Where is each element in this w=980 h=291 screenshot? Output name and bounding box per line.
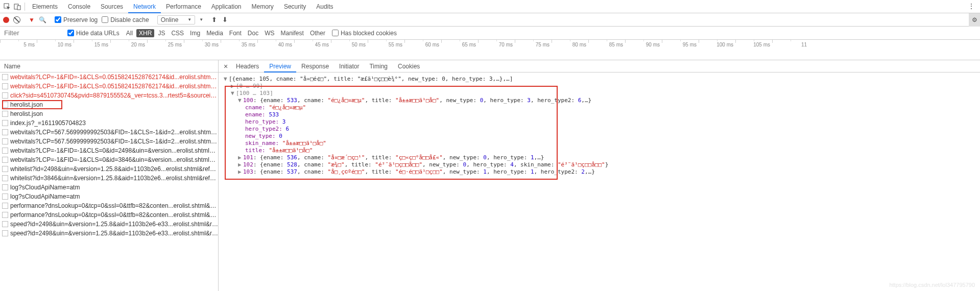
- preserve-log-checkbox[interactable]: Preserve log: [55, 16, 98, 23]
- detail-tab-response[interactable]: Response: [296, 60, 334, 72]
- filter-input[interactable]: [2, 28, 63, 38]
- device-toolbar-icon[interactable]: [12, 2, 22, 12]
- filter-icon[interactable]: ▼: [29, 16, 35, 23]
- more-menu-icon[interactable]: ⋮: [968, 2, 975, 10]
- request-row[interactable]: herolist.json: [0, 109, 218, 118]
- tab-network[interactable]: Network: [128, 0, 161, 13]
- request-name: whitelist?id=2498&uin=&version=1.25.8&ai…: [10, 164, 218, 174]
- request-name: log?sCloudApiName=atm: [10, 183, 80, 192]
- request-row[interactable]: webvitals?LCP=567.5699999992503&FID=-1&C…: [0, 128, 218, 137]
- request-row[interactable]: whitelist?id=2498&uin=&version=1.25.8&ai…: [0, 164, 218, 174]
- tab-sources[interactable]: Sources: [95, 0, 128, 13]
- request-row[interactable]: webvitals?LCP=567.5699999992503&FID=-1&C…: [0, 137, 218, 146]
- timeline-tick: 90 ms: [625, 40, 662, 60]
- file-icon: [2, 212, 8, 218]
- request-list-panel: Name webvitals?LCP=-1&FID=-1&CLS=0.05158…: [0, 60, 219, 291]
- separator: [25, 3, 25, 11]
- timeline-tick: 10 ms: [37, 40, 74, 60]
- tab-audits[interactable]: Audits: [311, 0, 338, 13]
- detail-tab-cookies[interactable]: Cookies: [393, 60, 425, 72]
- record-icon[interactable]: [3, 17, 9, 23]
- chevron-down-icon[interactable]: ▼: [199, 17, 203, 22]
- clear-icon[interactable]: [13, 16, 20, 23]
- tab-memory[interactable]: Memory: [247, 0, 279, 13]
- timeline-tick: 75 ms: [515, 40, 552, 60]
- filter-type-other[interactable]: Other: [307, 29, 328, 37]
- filter-type-ws[interactable]: WS: [262, 29, 277, 37]
- chevron-down-icon: ▼: [187, 17, 192, 22]
- request-row[interactable]: webvitals?LCP=-1&FID=-1&CLS=0&id=2498&ui…: [0, 146, 218, 155]
- request-row[interactable]: click?sid=s4510730745&pvid=8879155552&_v…: [0, 91, 218, 100]
- timeline-tick: 25 ms: [147, 40, 184, 60]
- preview-pane[interactable]: ▼[{ename: 105, cname: "å»□é¢□", title: "…: [219, 72, 980, 291]
- detail-tabs: × HeadersPreviewResponseInitiatorTimingC…: [219, 60, 980, 72]
- timeline-tick: 55 ms: [368, 40, 404, 60]
- watermark: https://blog.csdn.net/lol347795790: [889, 282, 975, 288]
- tab-console[interactable]: Console: [63, 0, 95, 13]
- disable-cache-checkbox[interactable]: Disable cache: [102, 16, 149, 23]
- timeline-tick: 30 ms: [184, 40, 221, 60]
- detail-tab-headers[interactable]: Headers: [231, 60, 264, 72]
- file-icon: [2, 166, 8, 172]
- timeline-tick: 40 ms: [257, 40, 294, 60]
- timeline-tick: 95 ms: [662, 40, 699, 60]
- download-icon[interactable]: ⬇: [222, 16, 228, 23]
- detail-tab-preview[interactable]: Preview: [264, 60, 296, 72]
- file-icon: [2, 221, 8, 227]
- detail-tab-timing[interactable]: Timing: [364, 60, 393, 72]
- filter-type-media[interactable]: Media: [204, 29, 226, 37]
- request-name: herolist.json: [10, 109, 43, 118]
- request-row[interactable]: index.js?_=1611905704823: [0, 118, 218, 128]
- request-row[interactable]: speed?id=2498&uin=&version=1.25.8&aid=11…: [0, 220, 218, 229]
- annotation-box-row: [2, 100, 62, 109]
- timeline-tick: 70 ms: [478, 40, 515, 60]
- request-row[interactable]: performance?dnsLookup=0&tcp=0&ssl=0&ttfb…: [0, 210, 218, 220]
- filter-type-all[interactable]: All: [124, 29, 135, 37]
- request-row[interactable]: webvitals?LCP=-1&FID=-1&CLS=0&id=3846&ui…: [0, 155, 218, 164]
- request-row[interactable]: performance?dnsLookup=0&tcp=0&ssl=0&ttfb…: [0, 201, 218, 210]
- blocked-cookies-checkbox[interactable]: Has blocked cookies: [332, 30, 397, 37]
- filter-type-doc[interactable]: Doc: [245, 29, 261, 37]
- request-row[interactable]: webvitals?LCP=-1&FID=-1&CLS=0.0515824152…: [0, 82, 218, 91]
- file-icon: [2, 193, 8, 200]
- settings-icon[interactable]: ⚙: [969, 13, 980, 27]
- request-row[interactable]: whitelist?id=3846&uin=&version=1.25.8&ai…: [0, 174, 218, 183]
- request-name: speed?id=2498&uin=&version=1.25.8&aid=11…: [10, 220, 218, 229]
- timeline-tick: 15 ms: [74, 40, 110, 60]
- close-detail-icon[interactable]: ×: [222, 62, 230, 70]
- tab-elements[interactable]: Elements: [27, 0, 63, 13]
- filter-type-css[interactable]: CSS: [169, 29, 186, 37]
- timeline-tick: 45 ms: [294, 40, 331, 60]
- request-row[interactable]: speed?id=2498&uin=&version=1.25.8&aid=11…: [0, 229, 218, 238]
- request-row[interactable]: webvitals?LCP=-1&FID=-1&CLS=0.0515824152…: [0, 72, 218, 82]
- request-detail-panel: × HeadersPreviewResponseInitiatorTimingC…: [219, 60, 980, 291]
- request-row[interactable]: log?sCloudApiName=atm: [0, 192, 218, 201]
- detail-tab-initiator[interactable]: Initiator: [334, 60, 364, 72]
- file-icon: [2, 83, 8, 89]
- filter-type-xhr[interactable]: XHR: [136, 29, 154, 37]
- tab-performance[interactable]: Performance: [161, 0, 206, 13]
- file-icon: [2, 203, 8, 209]
- timeline-tick: 100 ms: [699, 40, 735, 60]
- request-name: webvitals?LCP=-1&FID=-1&CLS=0.0515824152…: [10, 72, 218, 82]
- name-column-header[interactable]: Name: [0, 60, 218, 72]
- inspect-element-icon[interactable]: [2, 2, 12, 12]
- filter-type-img[interactable]: Img: [187, 29, 203, 37]
- timeline-tick: 20 ms: [110, 40, 147, 60]
- tab-application[interactable]: Application: [206, 0, 247, 13]
- request-name: performance?dnsLookup=0&tcp=0&ssl=0&ttfb…: [10, 210, 218, 220]
- hide-data-urls-checkbox[interactable]: Hide data URLs: [67, 30, 119, 37]
- filter-type-manifest[interactable]: Manifest: [278, 29, 306, 37]
- filter-bar: Hide data URLs AllXHRJSCSSImgMediaFontDo…: [0, 27, 980, 40]
- throttling-select[interactable]: Online▼: [157, 15, 196, 25]
- filter-type-font[interactable]: Font: [227, 29, 244, 37]
- timeline-tick: 65 ms: [441, 40, 478, 60]
- timeline-ruler[interactable]: 5 ms10 ms15 ms20 ms25 ms30 ms35 ms40 ms4…: [0, 40, 980, 60]
- timeline-tick: 60 ms: [404, 40, 441, 60]
- search-icon[interactable]: 🔍: [39, 16, 46, 23]
- request-row[interactable]: log?sCloudApiName=atm: [0, 183, 218, 192]
- tab-security[interactable]: Security: [279, 0, 311, 13]
- upload-icon[interactable]: ⬆: [211, 16, 217, 23]
- filter-type-js[interactable]: JS: [155, 29, 168, 37]
- file-icon: [2, 175, 8, 181]
